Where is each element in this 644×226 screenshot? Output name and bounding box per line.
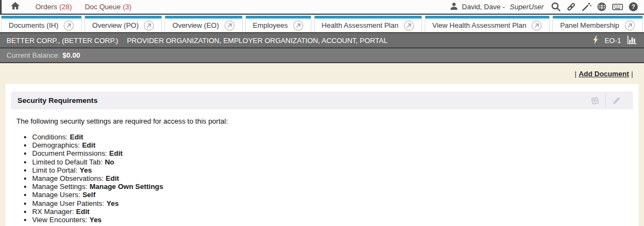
- external-link-icon[interactable]: [404, 20, 414, 31]
- setting-item: Document Permissions:Edit: [32, 149, 629, 157]
- portal-tab[interactable]: Health Assessment Plan: [314, 16, 422, 32]
- pipe-left: |: [575, 70, 576, 78]
- portal-tab[interactable]: Employees: [245, 16, 311, 32]
- balance-value: $0.00: [63, 51, 81, 59]
- svg-text:?: ?: [631, 3, 635, 10]
- topbar-nav-link[interactable]: Orders(28): [35, 3, 72, 11]
- nav-count-badge: (28): [59, 3, 72, 11]
- panel-tools: [585, 95, 627, 107]
- log-book-icon[interactable]: [585, 95, 605, 106]
- external-link-icon[interactable]: [224, 20, 235, 31]
- panel-header: Security Requirements: [11, 91, 633, 109]
- security-requirements-panel: Security Requirements The following secu…: [11, 91, 633, 224]
- setting-item: View Encounters:Yes: [32, 216, 629, 224]
- topbar-right: David, Dave -SuperUser ?: [449, 2, 639, 13]
- balance-label: Current Balance:: [7, 51, 60, 59]
- settings-list: Conditions:Edit Demographics:Edit Docume…: [12, 133, 629, 224]
- setting-value: Manage Own Settings: [89, 182, 163, 191]
- portal-tab[interactable]: Overview (EO): [165, 16, 242, 32]
- setting-item: Manage Settings:Manage Own Settings: [32, 182, 629, 191]
- setting-item: Limit to Portal:Yes: [32, 166, 629, 174]
- balance-bar: Current Balance: $0.00: [0, 48, 644, 63]
- external-link-icon[interactable]: [63, 20, 74, 31]
- page-content: | Add Document | Security Requirements T…: [0, 63, 644, 226]
- setting-value: Edit: [70, 133, 83, 141]
- orgbar-right: EO-1: [592, 35, 637, 46]
- setting-value: Yes: [106, 199, 118, 207]
- help-icon[interactable]: ?: [628, 2, 639, 12]
- link-icon[interactable]: [566, 2, 576, 12]
- main-container: Security Requirements The following secu…: [5, 84, 639, 226]
- globe-icon[interactable]: [597, 2, 607, 12]
- org-title-bar: BETTER CORP., (BETTER CORP.) PROVIDER OR…: [0, 32, 644, 48]
- home-icon: [10, 1, 20, 13]
- tab-label: Overview (PO): [92, 21, 139, 29]
- setting-label: Conditions:: [32, 133, 68, 141]
- setting-value: Self: [82, 191, 95, 199]
- setting-label: Manage Users:: [32, 191, 80, 199]
- user-role: SuperUser: [510, 3, 544, 11]
- portal-tab[interactable]: Documents (IH): [1, 16, 82, 32]
- panel-body: The following security settings are requ…: [11, 109, 633, 224]
- panel-title: Security Requirements: [17, 96, 98, 105]
- setting-label: Manage Settings:: [32, 182, 87, 191]
- search-icon[interactable]: [551, 2, 561, 12]
- keyboard-icon[interactable]: [612, 2, 623, 12]
- tab-label: Documents (IH): [9, 21, 58, 29]
- chart-icon[interactable]: [627, 35, 637, 46]
- context-badge: EO-1: [605, 36, 621, 45]
- setting-item: Manage User Patients:Yes: [32, 199, 629, 207]
- setting-value: Yes: [89, 216, 101, 224]
- nav-count-badge: (3): [123, 3, 131, 11]
- pipe-right: |: [631, 70, 633, 78]
- setting-value: Edit: [82, 141, 95, 149]
- tab-label: View Health Assessment Plan: [432, 21, 526, 29]
- org-name: BETTER CORP., (BETTER CORP.): [7, 36, 118, 45]
- setting-value: No: [105, 158, 114, 166]
- home-button[interactable]: [10, 1, 20, 13]
- tab-label: Panel Membership: [560, 21, 619, 29]
- nav-label: Doc Queue: [85, 3, 121, 11]
- setting-label: Limited to Default Tab:: [32, 158, 103, 166]
- add-document-link[interactable]: Add Document: [579, 70, 629, 78]
- portal-tab[interactable]: Panel Membership: [552, 16, 642, 32]
- setting-item: Manage Observations:Edit: [32, 174, 629, 182]
- setting-item: Manage Users:Self: [32, 191, 629, 199]
- external-link-icon[interactable]: [531, 20, 542, 31]
- tab-label: Health Assessment Plan: [322, 21, 399, 29]
- tab-label: Overview (EO): [172, 21, 219, 29]
- setting-label: Manage User Patients:: [32, 199, 104, 207]
- wand-icon[interactable]: [581, 2, 592, 12]
- lightning-icon[interactable]: [592, 35, 599, 46]
- nav-label: Orders: [35, 3, 57, 11]
- setting-item: Limited to Default Tab:No: [32, 158, 629, 166]
- external-link-icon[interactable]: [624, 20, 635, 31]
- user-name: David, Dave -: [462, 3, 505, 11]
- setting-label: Manage Observations:: [32, 174, 104, 182]
- tab-label: Employees: [253, 21, 288, 29]
- setting-value: Yes: [80, 166, 92, 174]
- setting-label: View Encounters:: [32, 216, 87, 224]
- topbar-nav-link[interactable]: Doc Queue(3): [85, 3, 131, 11]
- intro-text: The following security settings are requ…: [16, 117, 629, 125]
- actions-row: | Add Document |: [0, 63, 644, 84]
- portal-tab[interactable]: View Health Assessment Plan: [425, 16, 550, 32]
- user-icon: [449, 2, 459, 13]
- top-bar: Orders(28) Doc Queue(3) David, Dave -Sup…: [0, 0, 644, 15]
- user-chip[interactable]: David, Dave -SuperUser: [449, 2, 544, 13]
- setting-item: RX Manager:Edit: [32, 207, 629, 216]
- setting-label: RX Manager:: [32, 207, 74, 216]
- setting-label: Limit to Portal:: [32, 166, 77, 174]
- setting-value: Edit: [76, 207, 90, 216]
- external-link-icon[interactable]: [293, 20, 304, 31]
- setting-item: Conditions:Edit: [32, 133, 629, 141]
- edit-pencil-icon[interactable]: [606, 95, 627, 106]
- setting-label: Document Permissions:: [32, 149, 107, 157]
- setting-value: Edit: [106, 174, 119, 182]
- external-link-icon[interactable]: [143, 20, 154, 31]
- portal-tab[interactable]: Overview (PO): [85, 16, 162, 32]
- setting-label: Demographics:: [32, 141, 80, 149]
- org-types: PROVIDER ORGANIZATION, EMPLOYER ORGANIZA…: [127, 36, 388, 45]
- topbar-nav: Orders(28) Doc Queue(3): [25, 3, 131, 11]
- setting-item: Demographics:Edit: [32, 141, 629, 149]
